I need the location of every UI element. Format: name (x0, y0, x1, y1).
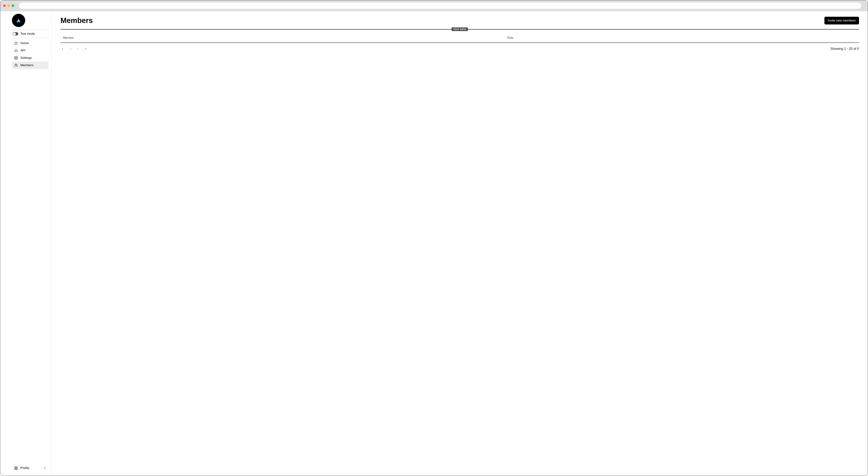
window-controls (3, 4, 14, 7)
main-content: Members Invite new members TEST DATA Mem… (52, 11, 868, 476)
sidebar-item-settings[interactable]: Settings (12, 54, 49, 62)
sidebar-item-label: Home (21, 41, 29, 45)
gear-icon (14, 56, 18, 60)
test-mode-toggle-row[interactable]: Test mode (0, 30, 52, 38)
app-shell: Test mode Home API (0, 11, 868, 476)
test-data-badge: TEST DATA (452, 27, 468, 31)
pagination-summary: Showing 1 - 20 of 0 (831, 47, 859, 51)
sidebar-nav: Home API Settings (0, 38, 52, 70)
browser-titlebar (0, 0, 868, 11)
page-first-button[interactable] (61, 47, 65, 51)
page-next-button[interactable] (76, 47, 80, 51)
page-title: Members (61, 17, 93, 25)
sidebar-item-label: API (21, 49, 25, 53)
sidebar-item-api[interactable]: API (12, 47, 49, 54)
triangle-icon (16, 18, 21, 23)
sidebar-item-label: Members (21, 63, 33, 67)
column-header-role: Role (507, 36, 857, 39)
chevron-right-icon (43, 467, 46, 470)
test-mode-label: Test mode (21, 32, 35, 36)
column-header-member: Member (63, 36, 507, 39)
browser-window: Test mode Home API (0, 0, 868, 476)
cloud-icon (14, 49, 18, 53)
invite-members-button[interactable]: Invite new members (825, 17, 859, 25)
home-icon (14, 41, 18, 45)
close-window-icon[interactable] (3, 4, 6, 7)
svg-point-4 (16, 467, 17, 468)
sidebar-item-label: Settings (21, 56, 32, 60)
svg-point-2 (15, 64, 16, 65)
test-data-divider: TEST DATA (61, 29, 859, 30)
members-table-header: Member Role (61, 31, 859, 43)
sidebar: Test mode Home API (0, 11, 52, 476)
page-last-button[interactable] (83, 47, 87, 51)
sidebar-item-profile[interactable]: Profile (12, 465, 49, 472)
page-prev-button[interactable] (69, 47, 72, 51)
user-circle-icon (14, 466, 18, 470)
url-bar[interactable] (19, 3, 861, 9)
sidebar-item-members[interactable]: Members (12, 62, 49, 69)
users-icon (14, 63, 18, 67)
toggle-switch-icon[interactable] (13, 32, 18, 35)
svg-marker-0 (17, 19, 21, 22)
sidebar-item-home[interactable]: Home (12, 39, 49, 47)
app-logo (12, 14, 25, 27)
minimize-window-icon[interactable] (7, 4, 10, 7)
pagination-row: Showing 1 - 20 of 0 (61, 43, 859, 51)
profile-label: Profile (21, 466, 29, 470)
maximize-window-icon[interactable] (11, 4, 14, 7)
svg-point-1 (16, 58, 17, 59)
